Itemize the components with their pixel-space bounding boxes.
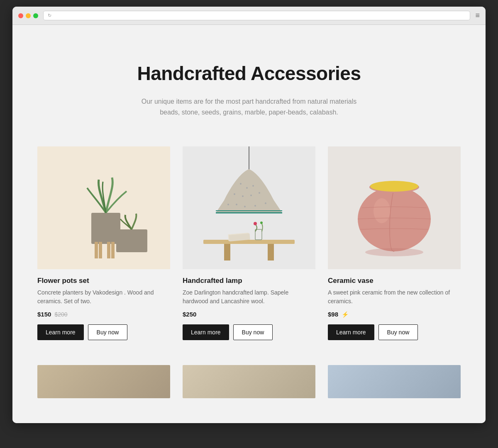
bottom-product-image-2 xyxy=(183,365,315,398)
svg-rect-1 xyxy=(91,213,120,244)
traffic-lights xyxy=(18,13,38,18)
svg-rect-23 xyxy=(203,240,295,244)
page-content: Handcrafted Accessories Our unique items… xyxy=(12,25,486,423)
learn-more-button-vase[interactable]: Learn more xyxy=(328,324,374,340)
product-image-lamp xyxy=(183,146,315,269)
product-name-flower-pots: Flower pots set xyxy=(37,277,170,285)
bottom-products-row xyxy=(12,365,486,398)
bottom-product-image-3 xyxy=(328,365,461,398)
product-card-lamp: Handcrafted lamp Zoe Darlington handcraf… xyxy=(183,146,315,340)
svg-point-29 xyxy=(254,222,257,225)
browser-window: ↻ ≡ Handcrafted Accessories Our unique i… xyxy=(12,7,486,423)
product-name-lamp: Handcrafted lamp xyxy=(183,277,315,285)
svg-point-30 xyxy=(260,222,263,224)
svg-point-20 xyxy=(227,204,229,205)
minimize-button[interactable] xyxy=(26,13,31,18)
svg-point-15 xyxy=(259,192,260,194)
buy-now-button-vase[interactable]: Buy now xyxy=(378,324,418,340)
maximize-button[interactable] xyxy=(33,13,38,18)
product-image-flower-pots xyxy=(37,146,170,269)
product-card-vase: Ceramic vase A sweet pink ceramic from t… xyxy=(328,146,461,340)
svg-point-32 xyxy=(358,187,431,251)
product-description-flower-pots: Concrete planters by Vakodesign . Wood a… xyxy=(37,288,170,306)
svg-point-35 xyxy=(374,183,415,191)
browser-menu-icon[interactable]: ≡ xyxy=(475,11,480,20)
svg-rect-2 xyxy=(95,242,98,258)
browser-chrome: ↻ ≡ xyxy=(12,7,486,25)
svg-rect-24 xyxy=(224,244,230,261)
svg-rect-28 xyxy=(255,229,262,240)
svg-rect-25 xyxy=(268,244,274,261)
bottom-product-image-1 xyxy=(37,365,170,398)
product-actions-vase: Learn more Buy now xyxy=(328,324,461,340)
product-price-flower-pots: $150 $200 xyxy=(37,311,170,318)
product-description-lamp: Zoe Darlington handcrafted lamp. Sapele … xyxy=(183,288,315,306)
price-current-vase: $98 xyxy=(328,311,338,318)
svg-point-36 xyxy=(374,198,390,223)
svg-point-37 xyxy=(365,248,423,256)
price-note-vase: ⚡ xyxy=(342,311,349,318)
svg-rect-4 xyxy=(99,242,102,258)
svg-point-14 xyxy=(250,195,252,196)
svg-point-10 xyxy=(246,187,248,189)
svg-point-16 xyxy=(236,204,237,205)
price-current-lamp: $250 xyxy=(183,311,196,318)
page-subtitle: Our unique items are for the most part h… xyxy=(133,96,365,117)
product-card-flower-pots: Flower pots set Concrete planters by Vak… xyxy=(37,146,170,340)
svg-point-12 xyxy=(234,193,235,195)
learn-more-button-lamp[interactable]: Learn more xyxy=(183,324,229,340)
product-price-vase: $98 ⚡ xyxy=(328,311,461,318)
svg-point-11 xyxy=(252,185,254,187)
refresh-icon: ↻ xyxy=(48,13,51,18)
svg-rect-6 xyxy=(116,229,147,252)
product-price-lamp: $250 xyxy=(183,311,315,318)
page-title: Handcrafted Accessories xyxy=(29,62,469,85)
close-button[interactable] xyxy=(18,13,23,18)
learn-more-button-flower-pots[interactable]: Learn more xyxy=(37,324,84,340)
address-bar[interactable]: ↻ xyxy=(43,11,470,20)
product-name-vase: Ceramic vase xyxy=(328,277,461,285)
buy-now-button-lamp[interactable]: Buy now xyxy=(233,324,273,340)
price-original-flower-pots: $200 xyxy=(54,311,67,318)
product-description-vase: A sweet pink ceramic from the new collec… xyxy=(328,288,461,306)
svg-point-9 xyxy=(240,183,242,185)
svg-point-17 xyxy=(244,206,246,207)
product-image-vase xyxy=(328,146,461,269)
svg-rect-5 xyxy=(107,242,110,258)
svg-point-19 xyxy=(265,202,266,204)
product-actions-lamp: Learn more Buy now xyxy=(183,324,315,340)
svg-rect-3 xyxy=(111,242,115,258)
product-actions-flower-pots: Learn more Buy now xyxy=(37,324,170,340)
buy-now-button-flower-pots[interactable]: Buy now xyxy=(88,324,128,340)
hero-section: Handcrafted Accessories Our unique items… xyxy=(12,25,486,142)
price-current-flower-pots: $150 xyxy=(37,311,51,318)
svg-point-18 xyxy=(254,205,256,207)
products-grid: Flower pots set Concrete planters by Vak… xyxy=(12,142,486,365)
svg-point-13 xyxy=(242,195,244,197)
